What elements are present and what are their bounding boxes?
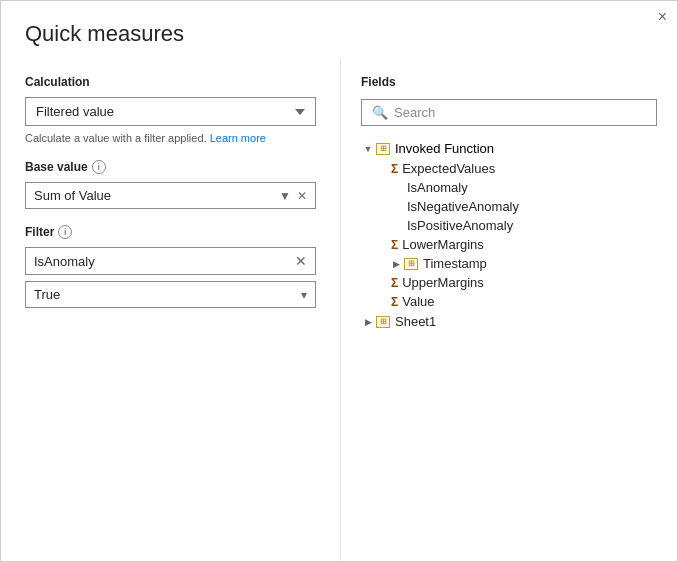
expectedvalues-label: ExpectedValues	[402, 161, 495, 176]
left-panel: Calculation Filtered valueAverage per ca…	[1, 59, 341, 561]
tree-item-value[interactable]: Σ Value	[361, 292, 657, 311]
close-button[interactable]: ×	[658, 9, 667, 25]
base-value-label: Base value i	[25, 160, 316, 174]
value-label: Value	[402, 294, 434, 309]
invoked-function-row[interactable]: ▼ ⊞ Invoked Function	[361, 138, 657, 159]
tree-item-sheet1[interactable]: ▶ ⊞ Sheet1	[361, 311, 657, 332]
fields-tree: ▼ ⊞ Invoked Function Σ ExpectedValues Is…	[361, 138, 657, 332]
search-input[interactable]	[394, 105, 646, 120]
timestamp-expand-icon: ▶	[391, 259, 401, 269]
sheet1-table-icon: ⊞	[375, 315, 391, 329]
sigma-icon-uppermargins: Σ	[391, 276, 398, 290]
sigma-icon-lowermargins: Σ	[391, 238, 398, 252]
invoked-function-label: Invoked Function	[395, 141, 494, 156]
sigma-icon-expectedvalues: Σ	[391, 162, 398, 176]
tree-item-isanomaly[interactable]: IsAnomaly	[361, 178, 657, 197]
dialog-body: Calculation Filtered valueAverage per ca…	[1, 59, 677, 561]
filter-value-dropdown-icon[interactable]: ▾	[301, 288, 307, 302]
sigma-icon-value: Σ	[391, 295, 398, 309]
filter-info-icon[interactable]: i	[58, 225, 72, 239]
tree-item-expectedvalues[interactable]: Σ ExpectedValues	[361, 159, 657, 178]
filter-value-text: True	[34, 287, 301, 302]
timestamp-label: Timestamp	[423, 256, 487, 271]
filter-field-text: IsAnomaly	[34, 254, 295, 269]
right-panel: Fields 🔍 ▼ ⊞ Invoked Function Σ Expected	[341, 59, 677, 561]
invoked-function-collapse-icon: ▼	[361, 144, 375, 154]
base-value-dropdown-arrow[interactable]: ▼	[279, 189, 291, 203]
ispositiveanomaly-label: IsPositiveAnomaly	[407, 218, 513, 233]
tree-item-isnegativeanomaly[interactable]: IsNegativeAnomaly	[361, 197, 657, 216]
base-value-clear-icon[interactable]: ✕	[297, 189, 307, 203]
base-value-text: Sum of Value	[34, 188, 279, 203]
lowermargins-label: LowerMargins	[402, 237, 484, 252]
uppermargins-label: UpperMargins	[402, 275, 484, 290]
base-value-controls: ▼ ✕	[279, 189, 307, 203]
isanomaly-label: IsAnomaly	[407, 180, 468, 195]
invoked-function-table-icon: ⊞	[375, 142, 391, 156]
isnegativeanomaly-label: IsNegativeAnomaly	[407, 199, 519, 214]
base-value-info-icon[interactable]: i	[92, 160, 106, 174]
search-icon: 🔍	[372, 105, 388, 120]
dialog-title: Quick measures	[1, 1, 677, 59]
calculation-label: Calculation	[25, 75, 316, 89]
filter-value-field[interactable]: True ▾	[25, 281, 316, 308]
sheet1-label: Sheet1	[395, 314, 436, 329]
sheet1-expand-icon: ▶	[361, 317, 375, 327]
quick-measures-dialog: × Quick measures Calculation Filtered va…	[0, 0, 678, 562]
learn-more-link[interactable]: Learn more	[210, 132, 266, 144]
fields-label: Fields	[361, 75, 657, 89]
filter-label: Filter i	[25, 225, 316, 239]
filter-section: Filter i IsAnomaly ✕ True ▾	[25, 225, 316, 308]
tree-item-uppermargins[interactable]: Σ UpperMargins	[361, 273, 657, 292]
base-value-field[interactable]: Sum of Value ▼ ✕	[25, 182, 316, 209]
tree-item-ispositiveanomaly[interactable]: IsPositiveAnomaly	[361, 216, 657, 235]
base-value-section: Base value i Sum of Value ▼ ✕	[25, 160, 316, 209]
tree-item-lowermargins[interactable]: Σ LowerMargins	[361, 235, 657, 254]
helper-text: Calculate a value with a filter applied.…	[25, 132, 316, 144]
filter-clear-icon[interactable]: ✕	[295, 253, 307, 269]
calculation-dropdown[interactable]: Filtered valueAverage per categoryDiffer…	[25, 97, 316, 126]
tree-item-timestamp[interactable]: ▶ ⊞ Timestamp	[361, 254, 657, 273]
filter-field[interactable]: IsAnomaly ✕	[25, 247, 316, 275]
timestamp-table-icon: ⊞	[403, 257, 419, 271]
search-box: 🔍	[361, 99, 657, 126]
